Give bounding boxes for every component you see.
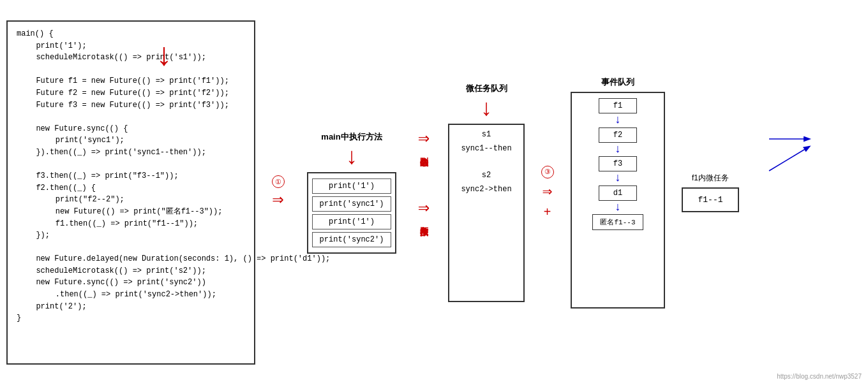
code-line-18: }); <box>17 229 245 242</box>
arrow-section-2: ⇒ 生成队列② ⇒ 按顺序执行 <box>408 126 440 259</box>
f1-micro-title: f1内微任务 <box>692 173 729 184</box>
code-line-4 <box>17 64 245 76</box>
code-line-6: Future f2 = new Future(() => print('f2')… <box>17 87 245 99</box>
exec-item-2: print('sync1') <box>312 196 391 212</box>
code-line-13: f3.then((_) => print("f3--1")); <box>17 170 245 182</box>
event-item-d1: d1 <box>599 185 637 201</box>
event-item-f2: f2 <box>599 127 637 143</box>
code-line-3: scheduleMicrotask(() => print('s1')); <box>17 52 245 64</box>
main-exec-panel: main中执行方法 ↓ print('1') print('sync1') pr… <box>301 131 403 254</box>
code-line-15: print("f2--2"); <box>17 194 245 206</box>
code-line-10: print('sync1'); <box>17 134 245 147</box>
event-item-f1-row: f1 ↓ <box>576 98 660 127</box>
event-item-d1-row: d1 ↓ <box>576 185 660 215</box>
exec-down-arrow: ↓ <box>345 147 359 170</box>
micro-queue-box: s1 sync1--then s2 sync2->then <box>448 124 525 302</box>
exec-item-3: print('1') <box>312 214 391 229</box>
micro-queue-title: 微任务队列 <box>466 83 507 94</box>
code-line-19 <box>17 242 245 254</box>
code-line-9: new Future.sync(() { <box>17 123 245 135</box>
event-queue-box: f1 ↓ f2 ↓ f3 ↓ d1 ↓ <box>571 92 665 309</box>
code-line-17: f1.then((_) => print("f1--1")); <box>17 218 245 230</box>
code-line-16: new Future(() => print("匿名f1--3")); <box>17 206 245 218</box>
exec-item-4: print('sync2') <box>312 232 391 247</box>
micro-down-arrow: ↓ <box>479 98 493 121</box>
event-item-f1: f1 <box>599 98 637 113</box>
code-line-2: print('1'); <box>17 40 245 52</box>
code-line-20: new Future.delayed(new Duration(seconds:… <box>17 253 245 265</box>
f1-micro-panel: f1内微任务 f1--1 <box>675 173 745 212</box>
code-line-21: scheduleMicrotask(() => print('s2')); <box>17 265 245 277</box>
watermark: https://blog.csdn.net/nwp3527 <box>777 373 862 380</box>
execute-order-label: 按顺序执行 <box>419 221 430 259</box>
right-arrow-4: ⇒ <box>542 181 553 201</box>
event-queue-title: 事件队列 <box>601 76 634 88</box>
micro-item-3: s2 <box>453 171 520 180</box>
micro-queue-panel: 微任务队列 ↓ s1 sync1--then s2 sync2->then <box>445 83 528 302</box>
circle-1: ① <box>272 175 285 188</box>
arrow-section-1: ① ⇒ <box>260 175 296 210</box>
code-line-8 <box>17 111 245 123</box>
right-arrow-1: ⇒ <box>272 191 283 210</box>
circle-3: ③ <box>541 166 554 178</box>
code-panel: ↓ main() { print('1'); scheduleMicrotask… <box>6 20 255 365</box>
code-line-12 <box>17 159 245 171</box>
code-line-24: print('2'); <box>17 301 245 313</box>
d1-down-arrow: ↓ <box>615 201 622 215</box>
micro-item-4: sync2->then <box>453 185 520 194</box>
micro-item-2: sync1--then <box>453 144 520 153</box>
code-down-arrow: ↓ <box>154 41 174 73</box>
code-line-11: }).then((_) => print('sync1--then')); <box>17 147 245 159</box>
f1-down-arrow: ↓ <box>615 113 622 127</box>
code-line-1: main() { <box>17 28 245 40</box>
micro-item-1: s1 <box>453 130 520 139</box>
event-item-anon-row: 匿名f1--3 <box>576 214 660 230</box>
f1-micro-box: f1--1 <box>682 187 739 212</box>
arrow-section-3: ③ ⇒ + <box>533 166 562 220</box>
event-item-f3-row: f3 ↓ <box>576 156 660 185</box>
code-line-5: Future f1 = new Future(() => print('f1')… <box>17 75 245 87</box>
f2-down-arrow: ↓ <box>615 143 622 157</box>
main-exec-title: main中执行方法 <box>321 131 382 143</box>
code-line-22: new Future.sync(() => print('sync2')) <box>17 277 245 289</box>
main-exec-box: print('1') print('sync1') print('1') pri… <box>307 172 396 254</box>
event-item-f2-row: f2 ↓ <box>576 127 660 157</box>
code-line-7: Future f3 = new Future(() => print('f3')… <box>17 99 245 112</box>
event-queue-panel: 事件队列 f1 ↓ f2 ↓ f3 ↓ d1 <box>567 76 669 309</box>
f3-down-arrow: ↓ <box>615 171 622 185</box>
generate-queue-label: 生成队列② <box>419 151 430 189</box>
code-line-23: .then((_) => print('sync2->then')); <box>17 289 245 301</box>
right-arrow-3: ⇒ <box>418 196 430 219</box>
plus-sign: + <box>543 205 551 220</box>
exec-item-1: print('1') <box>312 178 391 194</box>
event-item-anon: 匿名f1--3 <box>592 214 643 230</box>
code-line-14: f2.then((_) { <box>17 182 245 194</box>
event-item-f3: f3 <box>599 156 637 171</box>
right-arrow-2: ⇒ <box>418 126 430 150</box>
code-line-25: } <box>17 312 245 324</box>
